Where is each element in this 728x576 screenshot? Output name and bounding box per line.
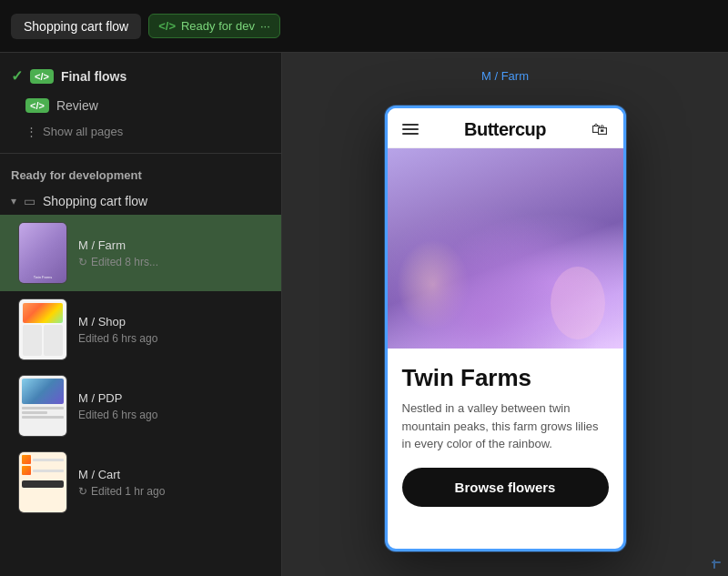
code-icon: </> — [158, 19, 176, 33]
frame-icon: ▭ — [24, 194, 35, 208]
page-thumb-cart — [18, 451, 67, 513]
page-edit-pdp: Edited 6 hrs ago — [78, 409, 157, 421]
page-meta-pdp: Edited 6 hrs ago — [78, 409, 157, 421]
expand-arrow-icon: ▾ — [11, 195, 16, 207]
flow-header[interactable]: ▾ ▭ Shopping cart flow — [0, 187, 281, 215]
page-item-farm[interactable]: Twin Farms M / Farm ↻ Edited 8 hrs... — [0, 215, 281, 291]
page-info-farm: M / Farm ↻ Edited 8 hrs... — [78, 238, 158, 268]
shopping-cart-flow-tab[interactable]: Shopping cart flow — [11, 14, 141, 39]
page-name-farm: M / Farm — [78, 238, 158, 252]
ready-badge-label: Ready for dev — [181, 19, 255, 33]
review-label: Review — [56, 98, 98, 113]
hamburger-line-3 — [402, 133, 419, 135]
show-all-label: Show all pages — [43, 125, 123, 138]
phone-header: Buttercup 🛍 — [388, 108, 623, 148]
final-flows-section[interactable]: ✓ </> Final flows — [0, 60, 281, 92]
page-item-cart[interactable]: M / Cart ↻ Edited 1 hr ago — [0, 444, 281, 520]
farm-title: Twin Farms — [402, 365, 609, 391]
brand-name: Buttercup — [464, 119, 546, 140]
page-name-cart: M / Cart — [78, 468, 165, 481]
page-meta-shop: Edited 6 hrs ago — [78, 332, 157, 345]
page-info-cart: M / Cart ↻ Edited 1 hr ago — [78, 468, 165, 498]
page-item-shop[interactable]: M / Shop Edited 6 hrs ago — [0, 291, 281, 368]
show-all-pages-button[interactable]: ⋮ Show all pages — [0, 119, 281, 144]
main-layout: ✓ </> Final flows </> Review ⋮ Show all … — [0, 53, 728, 576]
sidebar-item-review[interactable]: </> Review — [0, 92, 281, 119]
page-edit-shop: Edited 6 hrs ago — [78, 332, 157, 345]
page-thumb-shop — [18, 298, 67, 360]
flow-name-label: Shopping cart flow — [43, 194, 147, 208]
code-badge-review: </> — [25, 98, 49, 113]
hamburger-line-1 — [402, 124, 419, 126]
phone-hero-image — [388, 148, 623, 349]
page-edit-cart: Edited 1 hr ago — [91, 485, 165, 498]
page-meta-cart: ↻ Edited 1 hr ago — [78, 485, 165, 498]
top-bar: Shopping cart flow </> Ready for dev ··· — [0, 0, 728, 53]
page-thumb-farm: Twin Farms — [18, 222, 67, 284]
browse-flowers-button[interactable]: Browse flowers — [402, 468, 609, 507]
page-thumb-pdp — [18, 375, 67, 437]
page-edit-farm: Edited 8 hrs... — [91, 256, 158, 268]
sync-icon-cart: ↻ — [78, 485, 87, 498]
sync-icon-farm: ↻ — [78, 256, 87, 268]
more-options-icon: ··· — [260, 19, 270, 33]
page-info-pdp: M / PDP Edited 6 hrs ago — [78, 391, 157, 421]
page-name-pdp: M / PDP — [78, 391, 157, 405]
sidebar: ✓ </> Final flows </> Review ⋮ Show all … — [0, 53, 282, 576]
sidebar-divider — [0, 153, 281, 154]
frame-label: M / Farm — [481, 69, 529, 83]
page-name-shop: M / Shop — [78, 315, 157, 328]
cart-icon-button[interactable]: 🛍 — [592, 120, 608, 139]
dots-icon: ⋮ — [25, 125, 37, 138]
resize-handle[interactable] — [708, 556, 721, 569]
check-icon: ✓ — [11, 67, 23, 85]
farm-description: Nestled in a valley between twin mountai… — [402, 399, 609, 453]
hamburger-line-2 — [402, 128, 419, 130]
ready-for-dev-badge[interactable]: </> Ready for dev ··· — [148, 14, 280, 38]
phone-content-card: Twin Farms Nestled in a valley between t… — [388, 349, 623, 521]
ready-dev-label: Ready for development — [0, 163, 281, 187]
canvas-area[interactable]: M / Farm Buttercup 🛍 Twin Farms Nestled … — [282, 53, 728, 576]
page-item-pdp[interactable]: M / PDP Edited 6 hrs ago — [0, 368, 281, 444]
hamburger-icon[interactable] — [402, 124, 419, 135]
code-badge-flows: </> — [30, 69, 54, 84]
final-flows-label: Final flows — [61, 69, 126, 84]
phone-frame: Buttercup 🛍 Twin Farms Nestled in a vall… — [385, 106, 626, 551]
page-info-shop: M / Shop Edited 6 hrs ago — [78, 315, 157, 345]
hero-flower-overlay — [388, 185, 623, 349]
page-meta-farm: ↻ Edited 8 hrs... — [78, 256, 158, 268]
